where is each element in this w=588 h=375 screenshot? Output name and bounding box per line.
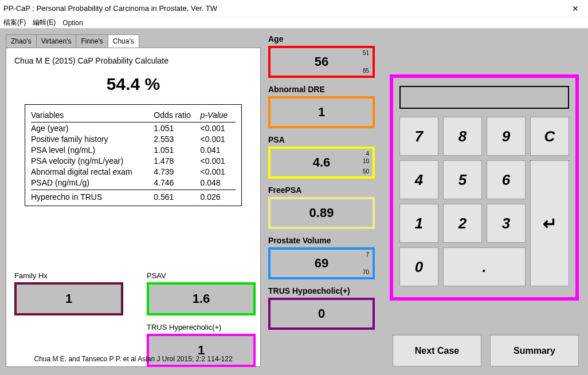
age-hint-bot: 85	[363, 68, 369, 74]
probability-percent: 54.4 %	[14, 74, 252, 94]
key-4[interactable]: 4	[399, 160, 438, 199]
pv-group: Prostate Volume 69 7 70	[268, 236, 378, 279]
freepsa-group: FreePSA 0.89	[268, 185, 378, 229]
table-row: Abnormal digital rectal exam4.739<0.001	[31, 166, 236, 177]
pv-box[interactable]: 69 7 70	[268, 247, 375, 279]
psa-hint-mid: 10	[363, 158, 369, 164]
key-9[interactable]: 9	[487, 117, 526, 156]
trus-hypo-label: TRUS Hypoecholic(+)	[268, 286, 378, 295]
psa-value: 4.6	[313, 155, 331, 170]
tab-strip: Zhao's Virtanen's Finne's Chua's	[6, 34, 261, 48]
th-variables: Variables	[31, 109, 154, 123]
odds-table: Variables Odds ratio p-Value Age (year)1…	[25, 104, 242, 206]
key-6[interactable]: 6	[487, 160, 526, 199]
age-label: Age	[268, 34, 378, 44]
freepsa-box[interactable]: 0.89	[268, 197, 375, 229]
key-dot[interactable]: .	[443, 247, 526, 286]
pv-value: 69	[315, 256, 328, 271]
psav-box[interactable]: 1.6	[147, 282, 256, 315]
key-2[interactable]: 2	[443, 204, 482, 243]
psa-group: PSA 4.6 4 10 50	[268, 135, 378, 179]
menu-edit[interactable]: 編輯(E)	[33, 18, 56, 27]
trus-hypo-value: 0	[318, 306, 325, 321]
keypad: 7 8 9 C 4 5 6 ↵ 1 2 3 0 .	[390, 74, 579, 301]
key-8[interactable]: 8	[443, 117, 482, 156]
psav-value: 1.6	[193, 291, 210, 306]
dre-value: 1	[318, 105, 325, 120]
freepsa-label: FreePSA	[268, 185, 378, 195]
family-hx-value: 1	[65, 291, 72, 306]
table-row: PSA level (ng/mL)1.0510.041	[31, 144, 236, 155]
psa-box[interactable]: 4.6 4 10 50	[268, 147, 375, 179]
table-row: Age (year)1.051<0.001	[31, 123, 236, 134]
dre-group: Abnormal DRE 1	[268, 85, 378, 128]
dre-label: Abnormal DRE	[268, 85, 378, 94]
tab-virtanen[interactable]: Virtanen's	[36, 34, 77, 48]
trus-hypo-box[interactable]: 0	[268, 298, 375, 330]
table-row: PSA velocity (ng/mL/year)1.478<0.001	[31, 155, 236, 166]
tab-chua[interactable]: Chua's	[108, 34, 139, 48]
tab-zhao[interactable]: Zhao's	[6, 34, 37, 48]
key-enter[interactable]: ↵	[530, 160, 569, 286]
key-clear[interactable]: C	[530, 117, 569, 156]
key-1[interactable]: 1	[399, 204, 438, 243]
workarea: Zhao's Virtanen's Finne's Chua's Chua M …	[0, 29, 588, 375]
age-value: 56	[315, 54, 328, 69]
summary-button[interactable]: Summary	[490, 335, 579, 366]
next-case-button[interactable]: Next Case	[393, 335, 481, 366]
tab-content: Chua M E (2015) CaP Probability Calculat…	[6, 48, 261, 367]
psa-hint-bot: 50	[363, 168, 369, 175]
panel-heading: Chua M E (2015) CaP Probability Calculat…	[14, 56, 252, 65]
key-7[interactable]: 7	[399, 117, 438, 156]
key-0[interactable]: 0	[399, 247, 438, 286]
keypad-grid: 7 8 9 C 4 5 6 ↵ 1 2 3 0 .	[399, 117, 570, 286]
trus-hyper-label: TRUS Hyperecholic(+)	[147, 323, 256, 331]
pv-hint-bot: 70	[363, 269, 369, 275]
keypad-display[interactable]	[399, 86, 569, 109]
menu-file[interactable]: 檔案(F)	[3, 18, 26, 27]
age-group: Age 56 51 85	[268, 34, 378, 78]
family-hx-label: Family Hx	[14, 271, 123, 280]
psa-hint-top: 4	[366, 151, 369, 157]
window-title: PP-CaP ; Personal Probability of Carcino…	[3, 4, 217, 13]
table-row: Positive family history2.553<0.001	[31, 133, 236, 144]
age-hint-top: 51	[363, 50, 369, 56]
freepsa-value: 0.89	[309, 206, 334, 220]
citation: Chua M E. and Tanseco P P. et al Asian J…	[6, 355, 260, 363]
menubar: 檔案(F) 編輯(E) Option	[0, 17, 588, 29]
psa-label: PSA	[268, 135, 378, 144]
trus-hypo-group: TRUS Hypoecholic(+) 0	[268, 286, 378, 330]
psav-label: PSAV	[147, 271, 256, 280]
pv-hint-top: 7	[366, 251, 369, 258]
titlebar: PP-CaP ; Personal Probability of Carcino…	[0, 0, 588, 17]
psav-group: PSAV 1.6	[147, 271, 256, 315]
inputs-column: Age 56 51 85 Abnormal DRE 1 PSA 4.6 4 10…	[268, 34, 378, 337]
th-pvalue: p-Value	[201, 109, 236, 123]
family-hx-box[interactable]: 1	[14, 282, 123, 315]
tab-finne[interactable]: Finne's	[76, 34, 108, 48]
dre-box[interactable]: 1	[268, 96, 375, 128]
key-3[interactable]: 3	[487, 204, 526, 243]
key-5[interactable]: 5	[443, 160, 482, 199]
table-row: Hyperecho in TRUS0.5610.026	[31, 190, 236, 202]
family-hx-group: Family Hx 1	[14, 271, 123, 315]
menu-option[interactable]: Option	[62, 19, 83, 27]
close-icon[interactable]: ✕	[567, 2, 583, 15]
tabs-panel: Zhao's Virtanen's Finne's Chua's Chua M …	[6, 34, 261, 366]
pv-label: Prostate Volume	[268, 236, 378, 245]
age-box[interactable]: 56 51 85	[268, 46, 375, 78]
table-row: PSAD (ng/mL/g)4.7460.048	[31, 177, 236, 190]
th-odds: Odds ratio	[154, 109, 200, 123]
